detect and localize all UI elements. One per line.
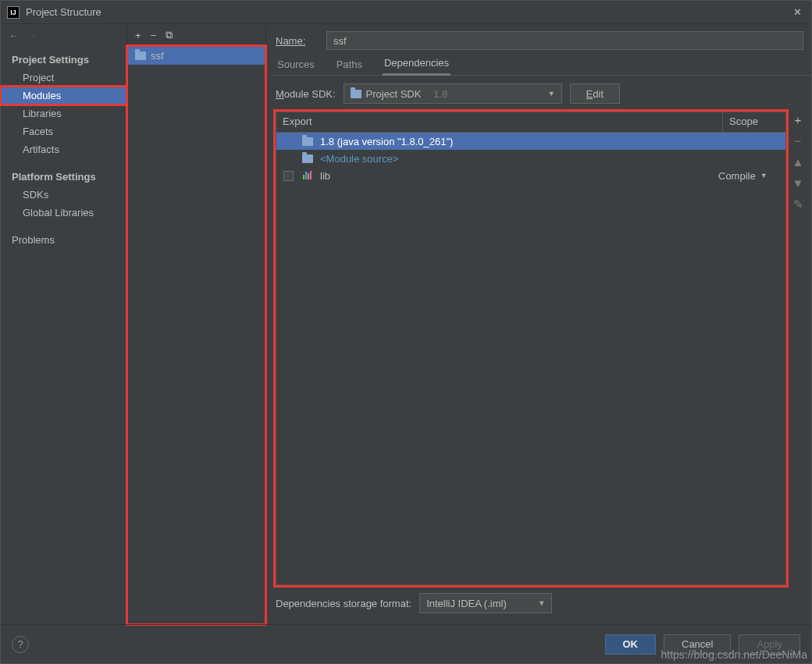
chevron-down-icon: ▼ (548, 90, 555, 98)
folder-icon (351, 90, 361, 98)
back-icon[interactable]: ← (9, 30, 19, 41)
module-sdk-combo[interactable]: Project SDK 1.8 ▼ (344, 83, 562, 104)
name-label: Name: (276, 35, 319, 47)
modules-panel: + − ⧉ ssf (127, 24, 266, 624)
apply-button[interactable]: Apply (739, 634, 800, 655)
export-checkbox[interactable] (283, 171, 294, 181)
window-title: Project Structure (26, 6, 789, 18)
titlebar: IJ Project Structure ✕ (1, 1, 811, 24)
tab-dependencies[interactable]: Dependencies (383, 52, 451, 76)
section-project-settings: Project Settings (1, 51, 126, 69)
folder-icon (302, 137, 313, 146)
remove-dep-icon[interactable]: − (795, 134, 802, 147)
dep-side-toolbar: + − ▲ ▼ ✎ (789, 112, 807, 585)
ok-button[interactable]: OK (605, 634, 657, 655)
chevron-down-icon: ▼ (760, 172, 767, 179)
sidebar-item-facets[interactable]: Facets (1, 123, 126, 140)
col-scope: Scope (723, 112, 785, 132)
sidebar-item-artifacts[interactable]: Artifacts (1, 140, 126, 158)
folder-icon (135, 51, 146, 60)
cancel-button[interactable]: Cancel (664, 634, 731, 655)
tab-paths[interactable]: Paths (335, 54, 364, 75)
section-platform-settings: Platform Settings (1, 168, 126, 186)
module-details: Name: Sources Paths Dependencies Module … (266, 24, 811, 624)
storage-format-label: Dependencies storage format: (276, 598, 411, 609)
folder-icon (302, 154, 313, 163)
forward-icon[interactable]: → (27, 30, 37, 41)
edit-sdk-button[interactable]: Edit (570, 83, 620, 104)
dep-row-lib[interactable]: lib Compile ▼ (276, 167, 785, 184)
sidebar-nav: ← → (1, 24, 126, 46)
dialog-footer: ? OK Cancel Apply (1, 624, 811, 663)
module-name-input[interactable] (326, 31, 803, 50)
remove-icon[interactable]: − (151, 30, 157, 41)
sidebar-item-modules[interactable]: Modules (1, 87, 126, 105)
dependencies-table: Export Scope 1.8 (java version "1.8.0_26… (276, 112, 786, 585)
app-icon: IJ (7, 6, 20, 19)
help-button[interactable]: ? (12, 636, 29, 653)
edit-dep-icon[interactable]: ✎ (793, 197, 803, 211)
move-up-icon[interactable]: ▲ (792, 155, 804, 169)
copy-icon[interactable]: ⧉ (166, 29, 173, 41)
tabs: Sources Paths Dependencies (271, 52, 811, 76)
scope-combo[interactable]: Compile ▼ (718, 170, 781, 182)
add-dep-icon[interactable]: + (795, 113, 802, 126)
dep-row-module-source[interactable]: <Module source> (276, 150, 785, 167)
module-sdk-label: Module SDK: (276, 88, 336, 100)
close-icon[interactable]: ✕ (789, 6, 805, 18)
module-name: ssf (151, 50, 164, 62)
module-item-ssf[interactable]: ssf (127, 46, 265, 65)
sidebar-item-libraries[interactable]: Libraries (1, 105, 126, 123)
sidebar-item-sdks[interactable]: SDKs (1, 186, 126, 204)
library-icon (303, 170, 312, 182)
col-export: Export (276, 112, 723, 132)
dep-row-jdk[interactable]: 1.8 (java version "1.8.0_261") (276, 133, 785, 150)
modules-toolbar: + − ⧉ (127, 24, 265, 46)
sidebar: ← → Project Settings Project Modules Lib… (1, 24, 127, 624)
sidebar-item-project[interactable]: Project (1, 69, 126, 87)
add-icon[interactable]: + (135, 30, 141, 41)
move-down-icon[interactable]: ▼ (792, 176, 804, 190)
chevron-down-icon: ▼ (538, 599, 545, 607)
storage-format-combo[interactable]: IntelliJ IDEA (.iml) ▼ (419, 593, 552, 613)
sidebar-item-problems[interactable]: Problems (1, 231, 126, 249)
sidebar-item-global-libraries[interactable]: Global Libraries (1, 204, 126, 222)
tab-sources[interactable]: Sources (276, 54, 316, 75)
